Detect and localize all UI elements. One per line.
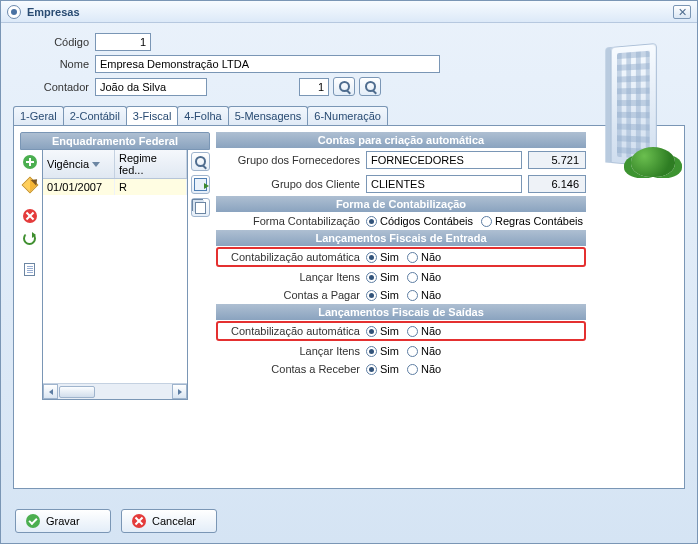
codigo-input[interactable]: [95, 33, 151, 51]
contador-label: Contador: [13, 81, 95, 93]
nome-label: Nome: [13, 58, 95, 70]
grid-copy-button[interactable]: [191, 198, 210, 217]
contador-search-button-2[interactable]: [359, 77, 381, 96]
fornecedores-input[interactable]: [366, 151, 522, 169]
nome-input[interactable]: [95, 55, 440, 73]
section-saidas: Lançamentos Fiscais de Saídas: [216, 304, 586, 320]
tab-folha[interactable]: 4-Folha: [177, 106, 228, 125]
tab-mensagens[interactable]: 5-Mensagens: [228, 106, 309, 125]
pencil-icon: [21, 176, 38, 193]
titlebar: Empresas ✕: [1, 1, 697, 23]
sort-icon: [92, 162, 100, 167]
add-row-button[interactable]: [20, 152, 39, 171]
enquadramento-header: Enquadramento Federal: [20, 132, 210, 150]
radio-saidas-itens-sim[interactable]: Sim: [366, 345, 399, 357]
radio-codigos-contabeis[interactable]: Códigos Contábeis: [366, 215, 473, 227]
tab-numeracao[interactable]: 6-Numeração: [307, 106, 388, 125]
forma-label: Forma Contabilização: [216, 215, 366, 227]
copy-icon: [195, 202, 206, 214]
radio-entrada-pagar-nao[interactable]: Não: [407, 289, 441, 301]
radio-entrada-itens-nao[interactable]: Não: [407, 271, 441, 283]
cancelar-button[interactable]: Cancelar: [121, 509, 217, 533]
edit-row-button[interactable]: [20, 175, 39, 194]
app-icon: [7, 5, 21, 19]
radio-regras-contabeis[interactable]: Regras Contábeis: [481, 215, 583, 227]
contador-search-button[interactable]: [333, 77, 355, 96]
gravar-button[interactable]: Gravar: [15, 509, 111, 533]
radio-saidas-auto-nao[interactable]: Não: [407, 325, 441, 337]
radio-saidas-receber-sim[interactable]: Sim: [366, 363, 399, 375]
cell-vigencia: 01/01/2007: [43, 179, 115, 195]
fornecedores-label: Grupo dos Fornecedores: [216, 154, 366, 166]
search-icon: [365, 81, 376, 92]
grid-header-vigencia[interactable]: Vigência: [43, 150, 115, 178]
grid-scrollbar[interactable]: [43, 383, 187, 399]
entrada-auto-label: Contabilização automática: [220, 251, 366, 263]
radio-saidas-itens-nao[interactable]: Não: [407, 345, 441, 357]
chevron-left-icon: [49, 389, 53, 395]
tab-geral[interactable]: 1-Geral: [13, 106, 64, 125]
section-contas: Contas para criação automática: [216, 132, 586, 148]
clientes-label: Grupo dos Cliente: [216, 178, 366, 190]
contador-num-input[interactable]: [299, 78, 329, 96]
check-icon: [26, 514, 40, 528]
table-row[interactable]: 01/01/2007 R: [43, 179, 187, 195]
delete-icon: [23, 209, 37, 223]
scroll-left-button[interactable]: [43, 384, 58, 399]
radio-entrada-pagar-sim[interactable]: Sim: [366, 289, 399, 301]
saidas-auto-label: Contabilização automática: [220, 325, 366, 337]
tab-contabil[interactable]: 2-Contábil: [63, 106, 127, 125]
radio-entrada-itens-sim[interactable]: Sim: [366, 271, 399, 283]
contador-input[interactable]: [95, 78, 207, 96]
section-entrada: Lançamentos Fiscais de Entrada: [216, 230, 586, 246]
section-forma: Forma de Contabilização: [216, 196, 586, 212]
saidas-itens-label: Lançar Itens: [216, 345, 366, 357]
scroll-thumb[interactable]: [59, 386, 95, 398]
chevron-right-icon: [178, 389, 182, 395]
entrada-itens-label: Lançar Itens: [216, 271, 366, 283]
document-icon: [24, 263, 35, 276]
grid-search-button[interactable]: [191, 152, 210, 171]
grid-export-button[interactable]: [191, 175, 210, 194]
close-icon[interactable]: ✕: [673, 5, 691, 19]
search-icon: [339, 81, 350, 92]
doc-button[interactable]: [20, 260, 39, 279]
plus-icon: [23, 155, 37, 169]
saidas-receber-label: Contas a Receber: [216, 363, 366, 375]
tab-fiscal[interactable]: 3-Fiscal: [126, 106, 179, 125]
cancel-icon: [132, 514, 146, 528]
clientes-code[interactable]: [528, 175, 586, 193]
cell-regime: R: [115, 179, 187, 195]
radio-entrada-auto-sim[interactable]: Sim: [366, 251, 399, 263]
window-empresas: Empresas ✕ Código Nome Contador 1-Geral …: [0, 0, 698, 544]
export-icon: [194, 178, 207, 191]
radio-saidas-receber-nao[interactable]: Não: [407, 363, 441, 375]
footer-bar: Gravar Cancelar: [1, 499, 697, 543]
grid-header-regime[interactable]: Regime fed...: [115, 150, 187, 178]
refresh-icon: [23, 232, 36, 245]
content-area: Código Nome Contador 1-Geral 2-Contábil …: [1, 23, 697, 499]
entrada-pagar-label: Contas a Pagar: [216, 289, 366, 301]
highlight-saidas-auto: Contabilização automática Sim Não: [216, 321, 586, 341]
codigo-label: Código: [13, 36, 95, 48]
highlight-entrada-auto: Contabilização automática Sim Não: [216, 247, 586, 267]
clientes-input[interactable]: [366, 175, 522, 193]
refresh-button[interactable]: [20, 229, 39, 248]
radio-saidas-auto-sim[interactable]: Sim: [366, 325, 399, 337]
enquadramento-grid[interactable]: Vigência Regime fed... 01/01/2007 R: [42, 150, 188, 400]
tab-body: Enquadramento Federal Vigência: [13, 125, 685, 489]
window-title: Empresas: [27, 6, 673, 18]
scroll-right-button[interactable]: [172, 384, 187, 399]
radio-entrada-auto-nao[interactable]: Não: [407, 251, 441, 263]
tab-strip: 1-Geral 2-Contábil 3-Fiscal 4-Folha 5-Me…: [13, 106, 685, 125]
search-icon: [195, 156, 206, 167]
fornecedores-code[interactable]: [528, 151, 586, 169]
delete-row-button[interactable]: [20, 206, 39, 225]
